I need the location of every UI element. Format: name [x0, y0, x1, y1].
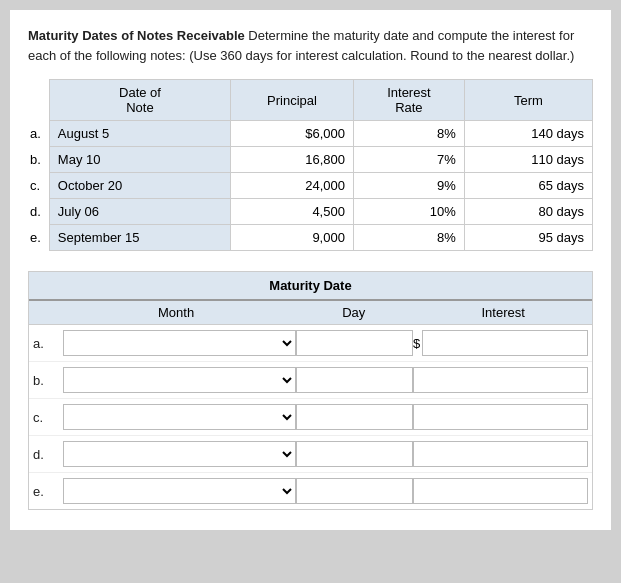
row-term: 65 days — [464, 173, 592, 199]
interest-input-1[interactable] — [413, 367, 588, 393]
maturity-row-interest[interactable] — [413, 404, 588, 430]
maturity-rows: a. JanuaryFebruaryMarchAprilMayJuneJulyA… — [29, 325, 592, 509]
maturity-row-month[interactable]: JanuaryFebruaryMarchAprilMayJuneJulyAugu… — [63, 367, 296, 393]
day-input-4[interactable] — [296, 478, 413, 504]
row-date: May 10 — [49, 147, 230, 173]
header-principal: Principal — [231, 80, 354, 121]
row-rate: 8% — [353, 121, 464, 147]
maturity-header: Maturity Date — [29, 272, 592, 301]
interest-input-0[interactable] — [422, 330, 588, 356]
row-principal: 9,000 — [231, 225, 354, 251]
row-term: 140 days — [464, 121, 592, 147]
maturity-row-label: b. — [33, 373, 63, 388]
row-rate: 8% — [353, 225, 464, 251]
row-term: 95 days — [464, 225, 592, 251]
row-label: d. — [28, 199, 49, 225]
subheader-month: Month — [59, 301, 293, 324]
row-term: 80 days — [464, 199, 592, 225]
interest-input-4[interactable] — [413, 478, 588, 504]
maturity-row-month[interactable]: JanuaryFebruaryMarchAprilMayJuneJulyAugu… — [63, 441, 296, 467]
maturity-row-day[interactable] — [296, 478, 413, 504]
row-principal: 24,000 — [231, 173, 354, 199]
row-rate: 7% — [353, 147, 464, 173]
maturity-row-label: d. — [33, 447, 63, 462]
row-principal: 4,500 — [231, 199, 354, 225]
maturity-row: b. JanuaryFebruaryMarchAprilMayJuneJulyA… — [29, 362, 592, 399]
maturity-row-interest[interactable] — [413, 367, 588, 393]
maturity-row: d. JanuaryFebruaryMarchAprilMayJuneJulyA… — [29, 436, 592, 473]
maturity-row-day[interactable] — [296, 441, 413, 467]
day-input-2[interactable] — [296, 404, 413, 430]
day-input-1[interactable] — [296, 367, 413, 393]
maturity-row-interest[interactable] — [413, 478, 588, 504]
maturity-row-label: e. — [33, 484, 63, 499]
intro-bold: Maturity Dates of Notes Receivable — [28, 28, 245, 43]
subheader-day: Day — [293, 301, 414, 324]
table-row: e. September 15 9,000 8% 95 days — [28, 225, 593, 251]
maturity-row-day[interactable] — [296, 367, 413, 393]
month-select-1[interactable]: JanuaryFebruaryMarchAprilMayJuneJulyAugu… — [63, 367, 296, 393]
maturity-row-month[interactable]: JanuaryFebruaryMarchAprilMayJuneJulyAugu… — [63, 404, 296, 430]
row-rate: 9% — [353, 173, 464, 199]
maturity-row-month[interactable]: JanuaryFebruaryMarchAprilMayJuneJulyAugu… — [63, 478, 296, 504]
maturity-row: a. JanuaryFebruaryMarchAprilMayJuneJulyA… — [29, 325, 592, 362]
month-select-0[interactable]: JanuaryFebruaryMarchAprilMayJuneJulyAugu… — [63, 330, 296, 356]
row-label: c. — [28, 173, 49, 199]
row-rate: 10% — [353, 199, 464, 225]
row-principal: $6,000 — [231, 121, 354, 147]
day-input-0[interactable] — [296, 330, 413, 356]
month-select-4[interactable]: JanuaryFebruaryMarchAprilMayJuneJulyAugu… — [63, 478, 296, 504]
row-term: 110 days — [464, 147, 592, 173]
maturity-section: Maturity Date Month Day Interest a. Janu… — [28, 271, 593, 510]
table-row: a. August 5 $6,000 8% 140 days — [28, 121, 593, 147]
interest-input-2[interactable] — [413, 404, 588, 430]
table-row: d. July 06 4,500 10% 80 days — [28, 199, 593, 225]
day-input-3[interactable] — [296, 441, 413, 467]
intro-text: Maturity Dates of Notes Receivable Deter… — [28, 26, 593, 65]
header-date-of-note: Date ofNote — [49, 80, 230, 121]
dollar-sign: $ — [413, 336, 420, 351]
maturity-row-label: c. — [33, 410, 63, 425]
row-date: July 06 — [49, 199, 230, 225]
row-principal: 16,800 — [231, 147, 354, 173]
header-term: Term — [464, 80, 592, 121]
row-label: a. — [28, 121, 49, 147]
row-date: October 20 — [49, 173, 230, 199]
row-label: b. — [28, 147, 49, 173]
maturity-row-month[interactable]: JanuaryFebruaryMarchAprilMayJuneJulyAugu… — [63, 330, 296, 356]
maturity-row-day[interactable] — [296, 330, 413, 356]
header-interest-rate: InterestRate — [353, 80, 464, 121]
row-date: August 5 — [49, 121, 230, 147]
maturity-row-label: a. — [33, 336, 63, 351]
table-row: c. October 20 24,000 9% 65 days — [28, 173, 593, 199]
main-page: Maturity Dates of Notes Receivable Deter… — [10, 10, 611, 530]
subheader-interest: Interest — [414, 301, 592, 324]
maturity-row-interest[interactable]: $ — [413, 330, 588, 356]
maturity-subheader: Month Day Interest — [29, 301, 592, 325]
row-date: September 15 — [49, 225, 230, 251]
month-select-3[interactable]: JanuaryFebruaryMarchAprilMayJuneJulyAugu… — [63, 441, 296, 467]
month-select-2[interactable]: JanuaryFebruaryMarchAprilMayJuneJulyAugu… — [63, 404, 296, 430]
interest-input-3[interactable] — [413, 441, 588, 467]
table-row: b. May 10 16,800 7% 110 days — [28, 147, 593, 173]
row-label: e. — [28, 225, 49, 251]
maturity-row: c. JanuaryFebruaryMarchAprilMayJuneJulyA… — [29, 399, 592, 436]
maturity-row-interest[interactable] — [413, 441, 588, 467]
notes-table: Date ofNote Principal InterestRate Term … — [28, 79, 593, 251]
maturity-row-day[interactable] — [296, 404, 413, 430]
maturity-row: e. JanuaryFebruaryMarchAprilMayJuneJulyA… — [29, 473, 592, 509]
